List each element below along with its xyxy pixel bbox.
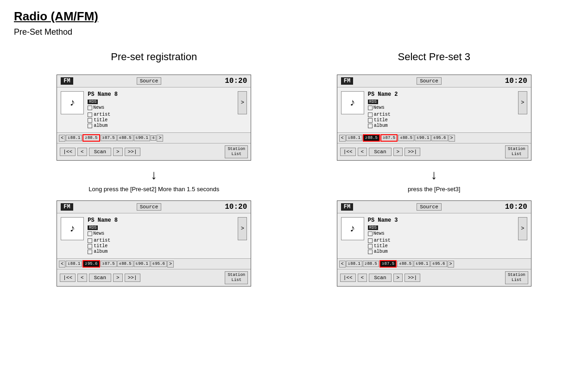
fm-badge-2: FM xyxy=(61,203,73,211)
right-preset-right-2[interactable]: > xyxy=(448,261,454,268)
right-arrow-section: ↓ press the [Pre-set3] xyxy=(408,168,460,194)
right-skip-forward-2[interactable]: >>| xyxy=(405,274,420,282)
skip-forward-button-2[interactable]: >>| xyxy=(125,274,140,282)
rds-badge: RDS xyxy=(88,100,98,104)
right-preset-6b[interactable]: 695.6 xyxy=(430,261,447,267)
left-column-title: Pre-set registration xyxy=(111,51,197,63)
preset-2[interactable]: 288.5 xyxy=(82,134,100,142)
source-button[interactable]: Source xyxy=(137,77,162,85)
presets-row: < 188.1 288.5 387.5 488.5 590.1 6 > xyxy=(57,133,251,144)
right-skip-back-2[interactable]: |<< xyxy=(340,274,356,282)
right-preset-left-2[interactable]: < xyxy=(339,261,346,268)
source-button-2[interactable]: Source xyxy=(137,203,162,211)
right-time-display-1: 10:20 xyxy=(505,77,527,85)
scroll-right-arrow-2[interactable]: > xyxy=(238,217,247,240)
skip-back-button[interactable]: |<< xyxy=(60,148,76,156)
right-title-row-2: title xyxy=(368,243,514,249)
preset-6[interactable]: 6 xyxy=(151,135,157,141)
right-rds-badge-1: RDS xyxy=(368,100,378,104)
back-button[interactable]: < xyxy=(77,148,87,156)
title-icon xyxy=(88,118,92,123)
right-down-arrow-icon: ↓ xyxy=(431,168,437,182)
right-preset-5b[interactable]: 590.1 xyxy=(414,261,430,267)
preset-3[interactable]: 387.5 xyxy=(101,135,117,141)
right-source-button-2[interactable]: Source xyxy=(417,203,442,211)
skip-forward-button[interactable]: >>| xyxy=(125,148,140,156)
rds-badge-2: RDS xyxy=(88,225,98,230)
right-screen-main-1: ♪ PS Name 2 RDS News artist title xyxy=(337,87,531,133)
right-scroll-arrow-2[interactable]: > xyxy=(518,217,527,240)
preset-left-nav[interactable]: < xyxy=(59,135,65,142)
ps-name-2: PS Name 8 xyxy=(88,217,234,224)
right-rds-badge-2: RDS xyxy=(368,225,378,230)
scan-button-2[interactable]: Scan xyxy=(89,274,111,282)
right-skip-back-1[interactable]: |<< xyxy=(340,148,356,156)
left-column: Pre-set registration FM Source 10:20 ♪ P… xyxy=(14,51,294,287)
time-display-2: 10:20 xyxy=(225,203,247,211)
right-preset-right-1[interactable]: > xyxy=(449,135,455,142)
right-preset-3a[interactable]: 387.5 xyxy=(380,134,398,142)
ps-name: PS Name 8 xyxy=(88,91,234,98)
right-preset-5a[interactable]: 590.1 xyxy=(415,135,431,141)
preset-1[interactable]: 188.1 xyxy=(66,135,82,141)
right-album-row-2: album xyxy=(368,249,514,254)
forward-button-2[interactable]: > xyxy=(113,274,123,282)
title-row: title xyxy=(88,118,234,123)
track-info: PS Name 8 RDS News artist title xyxy=(88,91,234,129)
right-forward-1[interactable]: > xyxy=(393,148,403,156)
scan-button[interactable]: Scan xyxy=(89,148,111,156)
preset-3b[interactable]: 387.5 xyxy=(101,261,117,267)
right-controls-row-2: |<< < Scan > >>| StationList xyxy=(337,269,531,286)
preset-4b[interactable]: 488.5 xyxy=(117,261,133,267)
preset-right-nav-2[interactable]: > xyxy=(167,261,174,268)
left-arrow-desc: Long press the [Pre-set2] More than 1.5 … xyxy=(89,185,219,194)
right-back-1[interactable]: < xyxy=(358,148,367,156)
right-ps-name-2: PS Name 3 xyxy=(368,217,514,224)
news-icon xyxy=(88,106,92,110)
preset-1b[interactable]: 188.1 xyxy=(66,261,82,267)
right-station-list-2[interactable]: StationList xyxy=(505,271,528,284)
right-scan-1[interactable]: Scan xyxy=(369,148,391,156)
forward-button[interactable]: > xyxy=(113,148,123,156)
scroll-right-arrow[interactable]: > xyxy=(238,91,247,114)
preset-2b[interactable]: 295.6 xyxy=(82,260,100,268)
right-back-2[interactable]: < xyxy=(358,274,367,282)
right-news-icon-1 xyxy=(368,106,373,110)
preset-right-nav[interactable]: > xyxy=(157,135,163,142)
skip-back-button-2[interactable]: |<< xyxy=(60,274,76,282)
right-preset-1b[interactable]: 188.1 xyxy=(346,261,362,267)
right-preset-1a[interactable]: 188.1 xyxy=(346,135,362,141)
preset-5[interactable]: 590.1 xyxy=(134,135,150,141)
station-list-button[interactable]: StationList xyxy=(225,145,248,158)
right-music-icon-1: ♪ xyxy=(341,91,364,114)
right-preset-3b[interactable]: 387.5 xyxy=(379,260,397,268)
preset-5b[interactable]: 590.1 xyxy=(134,261,150,267)
right-preset-6a[interactable]: 695.6 xyxy=(431,135,448,141)
right-music-icon-2: ♪ xyxy=(341,217,364,240)
right-skip-forward-1[interactable]: >>| xyxy=(405,148,420,156)
right-scan-2[interactable]: Scan xyxy=(369,274,391,282)
preset-4[interactable]: 488.5 xyxy=(117,135,133,141)
preset-6b[interactable]: 695.6 xyxy=(151,261,167,267)
right-title-icon-2 xyxy=(368,244,373,249)
station-list-button-2[interactable]: StationList xyxy=(225,271,248,284)
fm-badge: FM xyxy=(61,77,73,85)
right-station-list-1[interactable]: StationList xyxy=(505,145,528,158)
right-preset-4a[interactable]: 488.5 xyxy=(398,135,414,141)
right-screen-header-2: FM Source 10:20 xyxy=(337,201,531,213)
right-scroll-arrow-1[interactable]: > xyxy=(518,91,527,114)
right-forward-2[interactable]: > xyxy=(393,274,403,282)
right-time-display-2: 10:20 xyxy=(505,203,527,211)
right-preset-2a[interactable]: 288.5 xyxy=(363,134,380,142)
right-news-badge-2: News xyxy=(368,231,514,236)
right-source-button-1[interactable]: Source xyxy=(417,77,442,85)
back-button-2[interactable]: < xyxy=(77,274,87,282)
right-preset-4b[interactable]: 488.5 xyxy=(397,261,413,267)
right-presets-row-2: < 188.1 288.5 387.5 488.5 590.1 695.6 > xyxy=(337,259,531,269)
right-preset-left-1[interactable]: < xyxy=(339,135,346,142)
screen-header-2: FM Source 10:20 xyxy=(57,201,251,213)
right-preset-2b[interactable]: 288.5 xyxy=(363,261,379,267)
track-info-2: PS Name 8 RDS News artist title xyxy=(88,217,234,255)
preset-left-nav-2[interactable]: < xyxy=(59,261,65,268)
right-ps-name-1: PS Name 2 xyxy=(368,91,514,98)
